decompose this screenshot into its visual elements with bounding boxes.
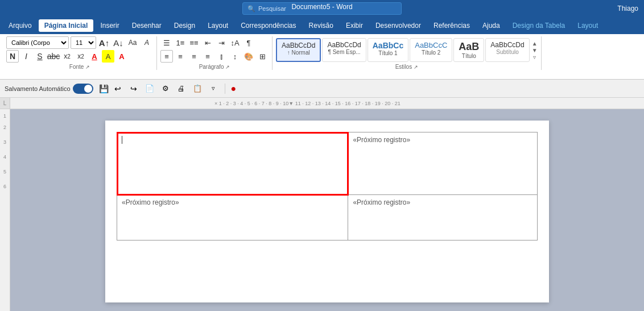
autosave-toggle[interactable]: [73, 84, 93, 94]
menu-desenvolvedor[interactable]: Desenvolvedor: [370, 19, 427, 32]
ribbon: 📋 Colar ✂ Recortar Copiar 🖌 Pincel de Fo…: [0, 34, 644, 80]
quick-toolbar: Salvamento Automático 💾 ↩ ↪ 📄 ⚙ 🖨 📋 ▿ ●: [0, 80, 644, 98]
font-size-select[interactable]: 11: [71, 36, 96, 49]
undo-button[interactable]: ↩: [111, 82, 125, 96]
ruler: L × 1 · 2 · 3 · 4 · 5 · 6 · 7 · 8 · 9 · …: [0, 98, 644, 109]
table-cell-2-1[interactable]: «Próximo registro»: [117, 195, 348, 240]
justify-btn[interactable]: ≡: [201, 50, 214, 63]
align-right-btn[interactable]: ≡: [188, 50, 200, 63]
style-title[interactable]: AaB Título: [453, 38, 484, 62]
align-left-btn[interactable]: ≡: [160, 50, 173, 63]
toolbar-divider: [225, 84, 225, 94]
highlight-btn[interactable]: A: [102, 50, 114, 63]
text-effects-btn[interactable]: A: [141, 36, 153, 49]
menu-pagina-inicial[interactable]: Página Inicial: [39, 19, 94, 32]
ruler-mark: × 1 · 2 · 3 · 4 · 5 · 6 · 7 · 8 · 9 · 10…: [214, 101, 401, 106]
increase-font-btn[interactable]: A↑: [98, 36, 110, 49]
left-ruler: 1 2 3 4 5 6: [0, 109, 10, 311]
menu-desenhar[interactable]: Desenhar: [126, 19, 167, 32]
menu-correspondencias[interactable]: Correspondências: [235, 19, 302, 32]
main-area: 1 2 3 4 5 6 «Próximo registro»: [0, 109, 644, 311]
italic-button[interactable]: I: [20, 50, 32, 63]
show-para-btn[interactable]: ¶: [242, 36, 255, 49]
ruler-v-mark-5: 5: [3, 169, 6, 175]
ruler-v-mark: 1: [3, 113, 6, 119]
title-center: 🔍 Pesquisar: [242, 2, 402, 15]
menu-revisao[interactable]: Revisão: [303, 19, 339, 32]
paragraph-label: Parágrafo ↗: [160, 64, 269, 70]
styles-label: Estilos ↗: [276, 64, 538, 70]
font-color-btn2[interactable]: A: [115, 50, 128, 63]
title-bar: 🔍 Pesquisar Documento5 - Word Thiago: [0, 0, 644, 17]
styles-scroll-up[interactable]: ▲: [532, 40, 538, 47]
increase-indent-btn[interactable]: ⇥: [215, 36, 228, 49]
table-cell-1-1[interactable]: [117, 132, 348, 195]
line-spacing-btn[interactable]: ↕: [229, 50, 241, 63]
menu-exibir[interactable]: Exibir: [340, 19, 369, 32]
style-no-spacing[interactable]: AaBbCcDd ¶ Sem Esp...: [322, 38, 366, 62]
menu-design-tabela[interactable]: Design da Tabela: [507, 19, 571, 32]
underline-button[interactable]: S: [34, 50, 46, 63]
menu-referencias[interactable]: Referências: [428, 19, 476, 32]
paragraph-group: ☰ 1≡ ≡≡ ⇤ ⇥ ↕A ¶ ≡ ≡ ≡ ≡ ⫿ ↕ 🎨 ⊞ Parágra…: [157, 36, 273, 70]
print-btn[interactable]: 🖨: [175, 82, 188, 96]
redo-button[interactable]: ↪: [127, 82, 141, 96]
superscript-button[interactable]: x2: [75, 50, 87, 63]
styles-more[interactable]: ▿: [532, 54, 538, 60]
new-doc-btn[interactable]: 📄: [143, 82, 156, 96]
document-table: «Próximo registro» «Próximo registro» «P…: [117, 132, 538, 240]
autosave-label: Salvamento Automático: [5, 85, 71, 92]
align-center-btn[interactable]: ≡: [174, 50, 187, 63]
auto-format-btn[interactable]: ⚙: [159, 82, 172, 96]
ruler-v-mark-4: 4: [3, 154, 6, 160]
more-btn[interactable]: ▿: [207, 82, 220, 96]
save-icon: 💾: [99, 84, 109, 93]
text-cursor: [122, 136, 122, 144]
next-record-3: «Próximo registro»: [353, 198, 410, 206]
ruler-corner[interactable]: L: [3, 100, 7, 106]
ruler-content: × 1 · 2 · 3 · 4 · 5 · 6 · 7 · 8 · 9 · 10…: [10, 101, 644, 106]
menu-inserir[interactable]: Inserir: [94, 19, 125, 32]
red-dot: ●: [231, 84, 237, 94]
font-label: Fonte ↗: [6, 64, 153, 70]
styles-group: AaBbCcDd ↑ Normal AaBbCcDd ¶ Sem Esp... …: [273, 36, 542, 70]
search-bar[interactable]: 🔍 Pesquisar: [242, 2, 402, 15]
strikethrough-button[interactable]: abc: [47, 50, 60, 63]
menu-layout-tabela[interactable]: Layout: [572, 19, 604, 32]
next-record-1: «Próximo registro»: [353, 136, 410, 144]
style-heading2[interactable]: AaBbCcC Título 2: [410, 38, 452, 62]
table-cell-2-2[interactable]: «Próximo registro»: [348, 195, 538, 240]
ruler-v-mark-2: 2: [3, 125, 6, 130]
change-case-btn[interactable]: Aa: [126, 36, 139, 49]
decrease-indent-btn[interactable]: ⇤: [201, 36, 214, 49]
menu-design[interactable]: Design: [168, 19, 201, 32]
style-subtitle[interactable]: AaBbCcDd Subtítulo: [485, 38, 529, 62]
next-record-2: «Próximo registro»: [122, 198, 179, 206]
multilevel-btn[interactable]: ≡≡: [188, 36, 200, 49]
shading-btn[interactable]: 🎨: [242, 50, 255, 63]
style-heading1[interactable]: AaBbCc Título 1: [368, 38, 408, 62]
style-normal[interactable]: AaBbCcDd ↑ Normal: [276, 38, 321, 62]
search-icon: 🔍: [247, 5, 255, 13]
menu-arquivo[interactable]: Arquivo: [3, 19, 38, 32]
ruler-v-mark-3: 3: [3, 139, 6, 145]
menu-bar: Arquivo Página Inicial Inserir Desenhar …: [0, 17, 644, 34]
table-row-1: «Próximo registro»: [117, 132, 538, 195]
font-name-select[interactable]: Calibri (Corpo: [6, 36, 69, 49]
sort-btn[interactable]: ↕A: [229, 36, 241, 49]
bold-button[interactable]: N: [6, 50, 19, 63]
numbering-btn[interactable]: 1≡: [174, 36, 187, 49]
extra-btn[interactable]: 📋: [191, 82, 204, 96]
columns-btn[interactable]: ⫿: [215, 50, 228, 63]
menu-layout[interactable]: Layout: [202, 19, 234, 32]
table-row-2: «Próximo registro» «Próximo registro»: [117, 195, 538, 240]
styles-scroll-down[interactable]: ▼: [532, 47, 538, 53]
decrease-font-btn[interactable]: A↓: [112, 36, 125, 49]
menu-ajuda[interactable]: Ajuda: [477, 19, 506, 32]
bullets-btn[interactable]: ☰: [160, 36, 173, 49]
table-cell-1-2[interactable]: «Próximo registro»: [348, 132, 538, 195]
font-color-btn[interactable]: A: [88, 50, 101, 63]
borders-btn[interactable]: ⊞: [256, 50, 269, 63]
subscript-button[interactable]: x2: [61, 50, 73, 63]
user-name: Thiago: [617, 5, 638, 13]
